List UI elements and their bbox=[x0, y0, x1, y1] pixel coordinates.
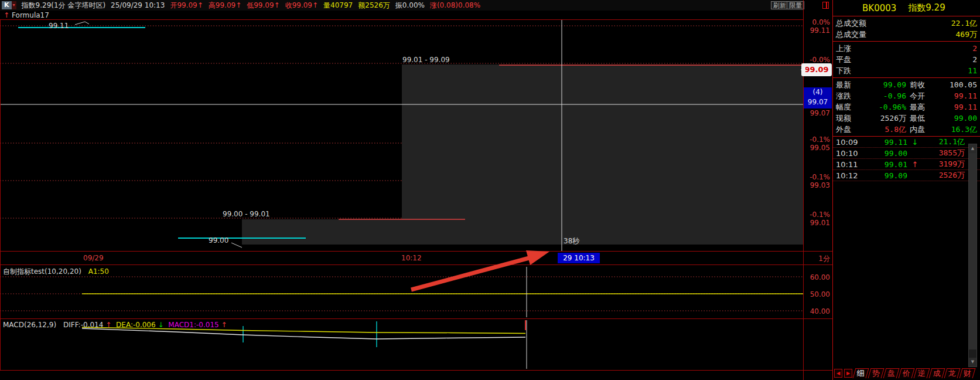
pct-value: -0.96% bbox=[856, 103, 906, 111]
tab-finance[interactable]: 财 bbox=[959, 368, 976, 378]
diff-up-arrow-icon: ↑ bbox=[105, 321, 111, 329]
tabs-right-arrow[interactable]: ▶ bbox=[844, 369, 852, 378]
bar-amplitude: 振0.00% bbox=[395, 1, 425, 11]
indicator-scale-40: 40.00 bbox=[804, 307, 830, 315]
macd-diff-value: DIFF:-0.014 bbox=[63, 321, 103, 329]
macd-dea-value: DEA:-0.006 bbox=[116, 321, 156, 329]
period-label[interactable]: 1分 bbox=[804, 254, 830, 264]
tick-price: 99.11 bbox=[866, 138, 907, 147]
macd-title: MACD(26,12,9) DIFF:-0.014 ↑ DEA:-0.006 ↓… bbox=[3, 321, 227, 329]
price-label-9911: 99.11 bbox=[49, 22, 69, 30]
custom-indicator-pane[interactable]: 自制指标test(10,20,20) A1:50 bbox=[0, 265, 803, 318]
crosshair-price-box: (4) 99.07 bbox=[804, 87, 832, 108]
tick-amount: 21.1亿 bbox=[923, 137, 965, 147]
tabs-left-arrow[interactable]: ◀ bbox=[834, 369, 842, 378]
symbol-code: BK0003 bbox=[862, 3, 896, 13]
crosshair-price: 99.07 bbox=[804, 97, 832, 107]
tick-price: 99.00 bbox=[866, 149, 907, 158]
tab-trend[interactable]: 势 bbox=[868, 368, 885, 378]
range-label-top: 99.01 - 99.09 bbox=[402, 56, 450, 64]
axis-top-border bbox=[0, 251, 832, 252]
inner-label: 内盘 bbox=[906, 124, 930, 135]
bar-amount: 额2526万 bbox=[358, 1, 390, 11]
title-bar: K ▾ 指数9.29(1分 金字塔时区) 25/09/29 10:13 开99.… bbox=[0, 0, 803, 11]
macd1-value: MACD1:-0.015 bbox=[168, 321, 218, 329]
scale-price-3: 99.03 bbox=[804, 181, 830, 189]
high-label: 最高 bbox=[906, 102, 930, 113]
tick-time: 10:09 bbox=[836, 138, 866, 147]
outer-label: 外盘 bbox=[836, 124, 856, 135]
tab-price[interactable]: 价 bbox=[899, 368, 915, 378]
indicator-title: 自制指标test(10,20,20) A1:50 bbox=[3, 267, 109, 277]
macd-bottom-border bbox=[0, 370, 832, 371]
tick-row[interactable]: 10:12 99.09 2526万 bbox=[833, 170, 980, 181]
up-count-row: 上涨 2 bbox=[833, 43, 980, 54]
refresh-button[interactable]: 刷新 bbox=[771, 1, 788, 9]
k-icon: K bbox=[2, 1, 12, 9]
quote-row-lots: 外盘 5.8亿 内盘 16.3亿 bbox=[833, 124, 980, 135]
scale-pct-4: -0.1% bbox=[804, 211, 830, 219]
axis-cursor-time: 29 10:13 bbox=[558, 253, 600, 263]
tick-row[interactable]: 10:10 99.00 3855万 bbox=[833, 148, 980, 159]
tick-price: 99.01 bbox=[866, 160, 907, 169]
scroll-down-button[interactable]: ▼ bbox=[969, 358, 976, 367]
crosshair-price-red: 99.07 bbox=[804, 109, 830, 117]
down-count-label: 下跌 bbox=[836, 66, 851, 76]
change-value: -0.96 bbox=[856, 91, 906, 100]
pct-label: 幅度 bbox=[836, 102, 856, 113]
quote-row-change: 涨跌 -0.96 今开 99.11 bbox=[833, 90, 980, 101]
macd-pane[interactable]: MACD(26,12,9) DIFF:-0.014 ↑ DEA:-0.006 ↓… bbox=[0, 319, 803, 370]
quote-panel: BK0003 指数9.29 总成交额 22.1亿 总成交量 469万 上涨 2 … bbox=[833, 0, 980, 380]
tab-pan[interactable]: 盘 bbox=[883, 368, 900, 378]
scale-price-4: 99.01 bbox=[804, 219, 830, 227]
minute-tick-list: 10:09 99.11 ↓ 21.1亿 10:10 99.00 3855万 10… bbox=[833, 137, 980, 181]
quote-row-pct: 幅度 -0.96% 最高 99.11 bbox=[833, 101, 980, 113]
indicator-bottom-border bbox=[0, 318, 832, 319]
inner-value: 16.3亿 bbox=[930, 124, 977, 135]
prev-close-value: 100.05 bbox=[930, 80, 977, 89]
k-period-button[interactable]: K ▾ bbox=[2, 1, 16, 9]
total-volume-value: 469万 bbox=[956, 29, 977, 40]
flat-count-value: 2 bbox=[972, 55, 977, 64]
tick-time: 10:11 bbox=[836, 160, 866, 169]
total-amount-value: 22.1亿 bbox=[951, 18, 977, 29]
outer-value: 5.8亿 bbox=[856, 124, 906, 135]
chevron-down-icon: ▾ bbox=[12, 1, 16, 9]
limit-button[interactable]: 限量 bbox=[787, 1, 804, 9]
tab-detail[interactable]: 细 bbox=[853, 368, 869, 378]
axis-date-label: 09/29 bbox=[83, 254, 104, 262]
tab-reverse[interactable]: 逆 bbox=[914, 368, 930, 378]
scrollbar-thumb[interactable] bbox=[969, 153, 976, 350]
tick-row[interactable]: 10:09 99.11 ↓ 21.1亿 bbox=[833, 137, 980, 148]
chart-top-border bbox=[0, 19, 803, 20]
diff-line bbox=[82, 328, 525, 339]
main-price-chart[interactable]: 99.11 99.01 - 99.09 99.00 - 99.01 99.00 … bbox=[0, 19, 803, 251]
tab-dragon[interactable]: 龙 bbox=[944, 368, 961, 378]
bar-datetime: 25/09/29 10:13 bbox=[111, 1, 165, 9]
seconds-countdown: 38秒 bbox=[564, 236, 579, 246]
open-label: 今开 bbox=[906, 91, 930, 101]
tick-price: 99.09 bbox=[866, 171, 907, 180]
panel-scrollbar[interactable]: ▲ ▼ bbox=[968, 144, 977, 367]
quote-header[interactable]: BK0003 指数9.29 bbox=[833, 0, 980, 16]
bar-high: 高99.09↑ bbox=[209, 1, 241, 11]
symbol-name: 指数9.29 bbox=[908, 2, 945, 13]
chart-left-border bbox=[0, 19, 1, 370]
prev-close-label: 前收 bbox=[906, 80, 930, 90]
scroll-up-button[interactable]: ▲ bbox=[969, 144, 976, 153]
time-axis[interactable]: 09/29 10:12 29 10:13 bbox=[0, 252, 803, 264]
axis-bottom-border bbox=[0, 264, 832, 265]
high-value: 99.11 bbox=[930, 103, 977, 111]
scale-pct-0: 0.0% bbox=[804, 18, 830, 26]
formula-label[interactable]: Formula17 bbox=[12, 11, 49, 19]
down-arrow-icon: ↓ bbox=[907, 138, 923, 147]
latest-label: 最新 bbox=[836, 80, 856, 90]
tick-row[interactable]: 10:11 99.01 ↑ 3199万 bbox=[833, 159, 980, 170]
up-arrow-icon: ↑ bbox=[4, 11, 9, 19]
bar-change: 涨(0.08)0.08% bbox=[430, 1, 480, 11]
dea-down-arrow-icon: ↓ bbox=[158, 321, 163, 329]
flat-count-label: 平盘 bbox=[836, 55, 851, 65]
tab-volume[interactable]: 成 bbox=[929, 368, 945, 378]
up-count-value: 2 bbox=[972, 44, 977, 53]
cur-amount-value: 2526万 bbox=[856, 113, 906, 124]
